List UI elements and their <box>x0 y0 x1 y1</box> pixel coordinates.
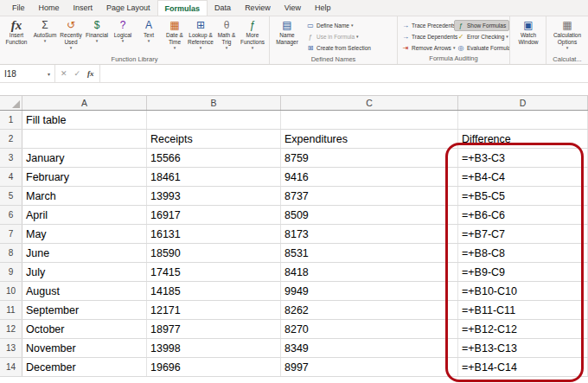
cell[interactable]: 8349 <box>281 339 458 357</box>
cell[interactable]: 8173 <box>281 225 458 243</box>
cell[interactable]: =+B3-C3 <box>458 149 588 167</box>
cell[interactable]: 13993 <box>147 187 281 205</box>
cell[interactable]: =+B6-C6 <box>458 206 588 224</box>
ribbon-button-financial[interactable]: $Financial▾ <box>84 17 110 54</box>
row-header[interactable]: 4 <box>0 168 22 186</box>
cell[interactable]: 14185 <box>147 282 281 300</box>
ribbon-button-show-formulas[interactable]: ƒShow Formulas <box>454 20 509 31</box>
ribbon-button-use-in-formula[interactable]: ƒUse in Formula▾ <box>304 31 395 42</box>
column-header-a[interactable]: A <box>22 96 147 110</box>
cell[interactable]: =+B11-C11 <box>458 301 588 319</box>
cell[interactable]: 8418 <box>281 263 458 281</box>
row-header[interactable]: 6 <box>0 206 22 224</box>
cell[interactable]: =+B8-C8 <box>458 244 588 262</box>
row-header[interactable]: 1 <box>0 111 22 129</box>
cell[interactable]: 18461 <box>147 168 281 186</box>
row-header[interactable]: 10 <box>0 282 22 300</box>
ribbon-button-define-name[interactable]: ▭Define Name▾ <box>304 20 395 31</box>
cell[interactable]: =+B13-C13 <box>458 339 588 357</box>
ribbon-tab-help[interactable]: Help <box>308 0 338 16</box>
ribbon-tab-file[interactable]: File <box>5 0 32 16</box>
cell[interactable]: August <box>22 282 147 300</box>
ribbon-button-error-checking[interactable]: ✓Error Checking▾ <box>454 31 509 42</box>
cell[interactable]: =+B12-C12 <box>458 320 588 338</box>
row-header[interactable]: 8 <box>0 244 22 262</box>
ribbon-button-logical[interactable]: ?Logical▾ <box>110 17 136 54</box>
cell[interactable]: Expenditures <box>281 130 458 148</box>
row-header[interactable]: 9 <box>0 263 22 281</box>
enter-icon[interactable]: ✓ <box>74 69 81 78</box>
ribbon-button-trace-dependents[interactable]: →Trace Dependents <box>399 31 454 42</box>
cell[interactable]: =+B7-C7 <box>458 225 588 243</box>
ribbon-tab-view[interactable]: View <box>278 0 308 16</box>
cell[interactable] <box>281 111 458 129</box>
cell[interactable]: May <box>22 225 147 243</box>
cell[interactable] <box>22 130 147 148</box>
cell[interactable]: Receipts <box>147 130 281 148</box>
ribbon-button-remove-arrows[interactable]: ⇥Remove Arrows▾ <box>399 42 454 54</box>
cell[interactable]: 9416 <box>281 168 458 186</box>
row-header[interactable]: 2 <box>0 130 22 148</box>
ribbon-tab-formulas[interactable]: Formulas <box>157 0 208 16</box>
cell[interactable]: April <box>22 206 147 224</box>
cell[interactable]: January <box>22 149 147 167</box>
cell[interactable]: 19696 <box>147 358 281 376</box>
cell[interactable]: Difference <box>458 130 588 148</box>
row-header[interactable]: 11 <box>0 301 22 319</box>
cell[interactable]: 17415 <box>147 263 281 281</box>
ribbon-button-more-functions[interactable]: ƒMore Functions▾ <box>240 17 265 54</box>
watch-window-button[interactable]: ▣ Watch Window <box>511 17 546 54</box>
ribbon-button-text[interactable]: AText▾ <box>136 17 162 54</box>
ribbon-button-trace-precedents[interactable]: →Trace Precedents <box>399 20 454 31</box>
cell[interactable]: =+B14-C14 <box>458 358 588 376</box>
cell[interactable]: September <box>22 301 147 319</box>
formula-input[interactable] <box>100 65 588 82</box>
cell[interactable]: 13998 <box>147 339 281 357</box>
cell[interactable]: December <box>22 358 147 376</box>
ribbon-button-date-time[interactable]: ▦Date & Time▾ <box>162 17 188 54</box>
cell[interactable]: November <box>22 339 147 357</box>
cell[interactable] <box>147 111 281 129</box>
select-all-corner[interactable] <box>0 96 22 110</box>
cell[interactable]: March <box>22 187 147 205</box>
ribbon-button-autosum[interactable]: ΣAutoSum▾ <box>32 17 58 54</box>
insert-function-icon[interactable]: fx <box>87 69 94 78</box>
ribbon-button-recently-used[interactable]: ↺Recently Used▾ <box>58 17 84 54</box>
row-header[interactable]: 13 <box>0 339 22 357</box>
cell[interactable]: 16131 <box>147 225 281 243</box>
calculation-options-button[interactable]: ▦ Calculation Options ▾ <box>547 17 587 54</box>
chevron-down-icon[interactable]: ▾ <box>48 71 50 77</box>
cell[interactable]: 18590 <box>147 244 281 262</box>
ribbon-tab-home[interactable]: Home <box>32 0 67 16</box>
cell[interactable]: October <box>22 320 147 338</box>
ribbon-tab-data[interactable]: Data <box>208 0 238 16</box>
name-manager-button[interactable]: ▤ Name Manager <box>271 17 304 54</box>
ribbon-button-create-from-selection[interactable]: ⊞Create from Selection <box>304 42 395 54</box>
ribbon-tab-page-layout[interactable]: Page Layout <box>99 0 157 16</box>
cell[interactable]: 18977 <box>147 320 281 338</box>
cell[interactable]: 8270 <box>281 320 458 338</box>
cell[interactable]: February <box>22 168 147 186</box>
cell[interactable]: Fill table <box>22 111 147 129</box>
cell[interactable]: June <box>22 244 147 262</box>
cell[interactable]: =+B9-C9 <box>458 263 588 281</box>
row-header[interactable]: 5 <box>0 187 22 205</box>
cell[interactable]: =+B5-C5 <box>458 187 588 205</box>
cell[interactable]: 8737 <box>281 187 458 205</box>
insert-function-button[interactable]: fx Insert Function <box>1 17 32 54</box>
ribbon-button-lookup-reference[interactable]: ⊞Lookup & Reference▾ <box>188 17 214 54</box>
name-box[interactable]: I18 ▾ <box>0 65 55 82</box>
ribbon-button-evaluate-formula[interactable]: ◎Evaluate Formula <box>454 42 509 54</box>
cell[interactable]: 12171 <box>147 301 281 319</box>
row-header[interactable]: 7 <box>0 225 22 243</box>
cell[interactable]: 15566 <box>147 149 281 167</box>
column-header-b[interactable]: B <box>147 96 281 110</box>
ribbon-tab-insert[interactable]: Insert <box>67 0 100 16</box>
cell[interactable]: 9949 <box>281 282 458 300</box>
row-header[interactable]: 12 <box>0 320 22 338</box>
column-header-d[interactable]: D <box>458 96 588 110</box>
ribbon-tab-review[interactable]: Review <box>238 0 278 16</box>
cell[interactable]: 8531 <box>281 244 458 262</box>
row-header[interactable]: 14 <box>0 358 22 376</box>
cell[interactable]: 8997 <box>281 358 458 376</box>
